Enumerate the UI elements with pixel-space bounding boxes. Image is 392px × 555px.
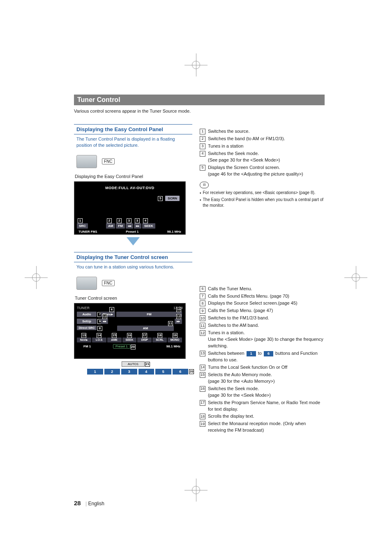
legend-list-b: 6Calls the Tuner Menu.7Calls the Sound E…: [200, 286, 325, 434]
fnc-button[interactable]: FNC: [102, 280, 115, 286]
legend-number: 10: [200, 315, 205, 321]
mode-line: MODE:FULL AV-OUT:DVD: [74, 186, 185, 190]
section-sub-tuner-control: You can tune in a station using various …: [74, 264, 192, 273]
status-right: 98.1 MHz: [167, 230, 181, 234]
screen-button[interactable]: 5 SCRN: [165, 196, 180, 201]
seek-button[interactable]: 4 SEEK: [142, 223, 155, 229]
legend-text: Scrolls the display text.: [208, 413, 325, 420]
next-button[interactable]: 3 ▸▸: [134, 223, 141, 229]
callout-13: 13: [81, 333, 86, 338]
fn-disp-button[interactable]: DISP17: [137, 338, 152, 342]
callout-16: 16: [127, 333, 132, 338]
legend-number: 1: [200, 129, 205, 134]
preset-tab-3[interactable]: 3: [121, 369, 137, 375]
legend-number: 8: [200, 301, 205, 306]
fm-band-button[interactable]: FM 10: [116, 312, 182, 317]
arrow-down-icon: [127, 237, 140, 245]
legend-item: 7Calls the Sound Effects Menu. (page 70): [200, 293, 325, 300]
page-footer: 28 | English: [74, 500, 104, 506]
legend-item: 15Selects the Auto Memory mode.(page 30 …: [200, 372, 325, 385]
fn-los-button[interactable]: LO.S14: [92, 338, 106, 342]
am-button[interactable]: 2 AM: [106, 223, 115, 229]
preset-tab-5[interactable]: 5: [155, 369, 171, 375]
legend-number: 2: [200, 136, 205, 142]
legend-text: Switches the source.: [208, 128, 325, 135]
preset-tab-1[interactable]: 1: [87, 369, 103, 375]
legend-item: 13Switches between 1 to 6 buttons and Fu…: [200, 350, 325, 363]
legend-item: 5Displays the Screen Control screen.(pag…: [200, 164, 325, 178]
monitor-icon: [76, 277, 97, 290]
fn-mono-button[interactable]: MONO19: [168, 338, 182, 342]
section-heading-easy-panel: Displaying the Easy Control Panel: [74, 124, 192, 134]
legend-text: Displays the Screen Control screen.(page…: [208, 164, 325, 178]
callout-12a: 12: [102, 314, 107, 319]
setup-button[interactable]: SetUp 9: [77, 319, 97, 324]
fn-seek-button[interactable]: SEEK16: [122, 338, 137, 342]
callout-3b: 3: [135, 218, 140, 223]
callout-4: 4: [143, 218, 148, 223]
registration-mark-bottom: [184, 479, 208, 502]
legend-number: 15: [200, 372, 205, 378]
fn-ame-button[interactable]: AME15: [107, 338, 122, 342]
preset-tab-2[interactable]: 2: [104, 369, 120, 375]
legend-text: Select the Monaural reception mode. (Onl…: [208, 421, 325, 434]
note-text: For receiver key operations, see <Basic …: [203, 190, 316, 196]
legend-item: 6Calls the Tuner Menu.: [200, 286, 325, 292]
legend-item: 19Select the Monaural reception mode. (O…: [200, 421, 325, 434]
legend-number: 4: [200, 151, 205, 157]
callout-18: 18: [157, 333, 162, 338]
preset-tab-6[interactable]: 620: [173, 369, 189, 375]
legend-number: 13: [200, 351, 205, 356]
preset-tag: 1: [247, 351, 256, 356]
fnc-button-label: FNC: [104, 281, 113, 285]
footer-language: English: [88, 501, 104, 506]
legend-text: Selects the Auto Memory mode.(page 30 fo…: [208, 372, 325, 385]
page-title-bar: Tuner Control: [74, 95, 325, 105]
legend-item: 8Displays the Source Select screen.(page…: [200, 300, 325, 307]
fm-button[interactable]: 2 FM: [116, 223, 125, 229]
callout-12b: 12: [176, 314, 181, 319]
prev-button[interactable]: 3 ◂◂: [126, 223, 133, 229]
note-icon: ⊟: [200, 182, 209, 188]
legend-subtext: (See page 30 for the <Seek Mode>): [208, 157, 325, 164]
legend-number: 18: [200, 414, 205, 419]
footer-separator: |: [85, 501, 87, 506]
fn-scrl-button[interactable]: SCRL18: [152, 338, 167, 342]
callout-21: 21: [145, 362, 150, 367]
scr-b-title: TUNER: [77, 306, 90, 310]
legend-text: Displays the Source Select screen.(page …: [208, 300, 325, 307]
am-band-button[interactable]: AM 11: [117, 326, 174, 331]
legend-list-a: 1Switches the source.2Switches the band …: [200, 128, 325, 178]
callout-11: 11: [168, 321, 173, 326]
legend-text: Switches to the AM band.: [208, 322, 325, 329]
legend-number: 5: [200, 165, 205, 171]
fn-next-button[interactable]: Next▸13: [77, 338, 91, 342]
preset-tab-4[interactable]: 4: [138, 369, 154, 375]
src-button[interactable]: 1 SRC: [77, 223, 88, 229]
legend-subtext: (page 46 for the <Adjusting the picture …: [208, 171, 325, 178]
audio-button[interactable]: Audio 7: [77, 312, 97, 317]
callout-1: 1: [78, 218, 83, 223]
legend-number: 9: [200, 308, 205, 314]
legend-item: 4Switches the Seek mode.(See page 30 for…: [200, 150, 325, 164]
legend-text: Calls the Tuner Menu.: [208, 286, 325, 292]
direct-src-button[interactable]: Direct SRC 8: [77, 326, 97, 331]
fnc-button[interactable]: FNC: [102, 158, 115, 164]
next-button-b[interactable]: ▸▸ 12: [175, 319, 182, 324]
legend-number: 6: [200, 286, 205, 292]
screenshot-easy-panel: MODE:FULL AV-OUT:DVD 5 SCRN 1 SRC 2 AM: [74, 181, 186, 235]
callout-2b: 2: [117, 218, 122, 223]
legend-item: 16Switches the Seek mode.(page 30 for th…: [200, 386, 325, 399]
legend-text: Tunes in a station.Use the <Seek Mode> (…: [208, 330, 325, 349]
note-item: •For receiver key operations, see <Basic…: [200, 190, 325, 196]
legend-item: 11Switches to the AM band.: [200, 322, 325, 329]
prev-button-b[interactable]: ◂◂ 12: [101, 319, 108, 324]
legend-item: 18Scrolls the display text.: [200, 413, 325, 420]
legend-item: 14Turns the Local Seek function On or Of…: [200, 364, 325, 371]
legend-item: 12Tunes in a station.Use the <Seek Mode>…: [200, 330, 325, 349]
status-b-right: 98.1 MHz: [166, 345, 180, 348]
legend-number: 11: [200, 323, 205, 328]
callout-15: 15: [112, 333, 117, 338]
intro-text: Various control screens appear in the Tu…: [74, 109, 325, 113]
legend-text: Switches to the FM1/2/3 band.: [208, 315, 325, 321]
